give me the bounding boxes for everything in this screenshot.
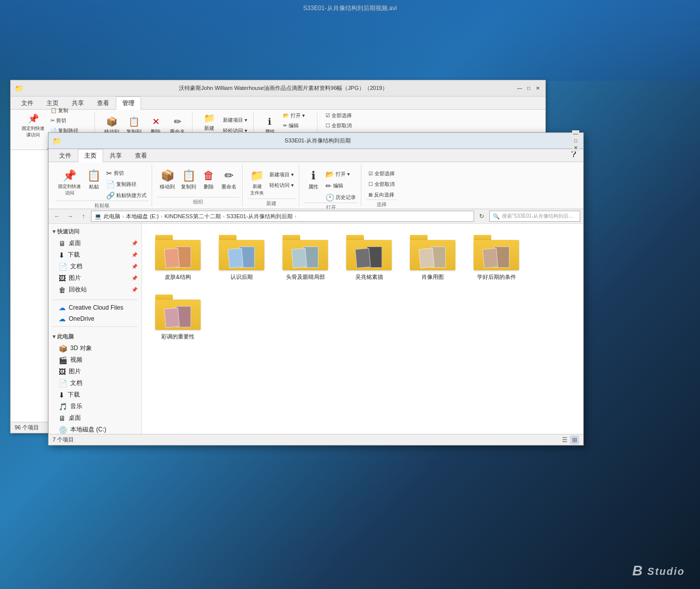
preview-img-back-4 xyxy=(418,248,434,268)
sidebar-item-dl[interactable]: ⬇ 下载 xyxy=(49,389,142,401)
folder-item-0[interactable]: 皮肤&结构 xyxy=(150,232,206,283)
paste-shortcut-icon: 🔗 xyxy=(106,191,115,200)
breadcrumb-folder2[interactable]: S33E01-从肖像结构到后期 xyxy=(226,213,293,220)
front-btn-paste-main[interactable]: 📋 粘贴 xyxy=(84,167,103,192)
back-btn-edit[interactable]: ✏ 编辑 xyxy=(281,121,313,130)
front-forward-button[interactable]: → xyxy=(65,211,76,222)
delete-icon: ✕ xyxy=(152,116,160,127)
sidebar-item-music[interactable]: 🎵 音乐 xyxy=(49,401,142,412)
sidebar-item-desktop[interactable]: 🖥 桌面 📌 xyxy=(49,237,142,249)
sidebar-item-creative[interactable]: ☁ Creative Cloud Files xyxy=(49,302,142,313)
front-btn-copy-path[interactable]: 📄 复制路径 xyxy=(104,179,149,189)
front-btn-edit[interactable]: ✏ 编辑 xyxy=(323,181,358,191)
sidebar-thispc-section: ▾ 此电脑 📦 3D 对象 🎬 视频 🖼 图片 📄 文档 xyxy=(49,329,142,434)
front-btn-invert-select[interactable]: ⊠ 反向选择 xyxy=(366,190,397,200)
preview-img-back-3 xyxy=(355,248,370,268)
folder-item-1[interactable]: 认识后期 xyxy=(214,232,269,283)
front-tab-home[interactable]: 主页 xyxy=(78,149,103,162)
front-window-maximize-button[interactable]: □ xyxy=(572,137,579,144)
sidebar-item-dsk[interactable]: 🖥 桌面 xyxy=(49,412,142,424)
front-up-button[interactable]: ↑ xyxy=(78,211,89,222)
front-btn-new-item[interactable]: 新建项目 ▾ xyxy=(267,170,296,179)
front-tab-file[interactable]: 文件 xyxy=(53,149,78,162)
front-btn-pin[interactable]: 📌 固定到快速访问 xyxy=(56,167,83,199)
sidebar-item-recycle[interactable]: 🗑 回收站 📌 xyxy=(49,284,142,296)
sidebar-3d-label: 3D 对象 xyxy=(70,344,92,353)
back-tab-manage[interactable]: 管理 xyxy=(116,96,141,110)
back-status-text: 96 个项目 xyxy=(15,424,39,431)
folder-label-5: 学好后期的条件 xyxy=(477,273,516,280)
back-tab-view[interactable]: 查看 xyxy=(90,96,116,110)
drive-c-icon: 💿 xyxy=(59,426,67,434)
folder-thumb-5 xyxy=(474,235,519,270)
back-btn-open[interactable]: 📂 打开 ▾ xyxy=(281,111,313,120)
breadcrumb-icon: 💻 xyxy=(95,213,102,220)
front-tab-view[interactable]: 查看 xyxy=(128,149,154,162)
front-btn-copy[interactable]: 📋 复制到 xyxy=(178,167,199,192)
back-btn-cut[interactable]: ✂ 剪切 xyxy=(49,116,90,125)
front-back-button[interactable]: ← xyxy=(52,211,63,222)
sidebar-docs-label: 文档 xyxy=(70,379,82,387)
3d-icon: 📦 xyxy=(59,345,67,353)
front-address-bar[interactable]: 💻 此电脑 › 本地磁盘 (E:) › KINDNESS第二十二期 › S33E… xyxy=(91,211,474,222)
breadcrumb-folder1[interactable]: KINDNESS第二十二期 xyxy=(164,213,220,220)
sidebar-item-video[interactable]: 🎬 视频 xyxy=(49,354,142,366)
front-btn-select-all[interactable]: ☑ 全部选择 xyxy=(366,169,397,178)
sidebar-item-pics[interactable]: 🖼 图片 xyxy=(49,366,142,377)
front-search-box[interactable]: 🔍 搜索"S33E01-从肖像结构到后... xyxy=(489,211,580,222)
front-window-minimize-button[interactable]: — xyxy=(572,130,579,137)
front-group-label-new: 新建 xyxy=(248,199,296,207)
documents-icon: 📄 xyxy=(59,263,67,271)
sidebar-item-3d[interactable]: 📦 3D 对象 xyxy=(49,342,142,354)
sidebar-item-pictures[interactable]: 🖼 图片 📌 xyxy=(49,272,142,284)
front-btn-move[interactable]: 📦 移动到 xyxy=(157,167,177,192)
folder-item-6[interactable]: 彩调的重要性 xyxy=(150,291,206,343)
folder-item-4[interactable]: 肖像用图 xyxy=(405,232,460,283)
list-view-button[interactable]: ☰ xyxy=(560,435,569,445)
front-btn-delete[interactable]: 🗑 删除 xyxy=(200,167,218,192)
folder-preview-3 xyxy=(356,247,382,268)
front-tab-share[interactable]: 共享 xyxy=(103,149,128,162)
front-ribbon-group-paste: 📌 固定到快速访问 📋 粘贴 ✂ 剪切 📄 复制路径 xyxy=(53,164,152,207)
front-btn-rename[interactable]: ✏ 重命名 xyxy=(219,167,239,192)
sidebar-item-docs[interactable]: 📄 文档 xyxy=(49,377,142,389)
front-btn-cut[interactable]: ✂ 剪切 xyxy=(104,168,149,178)
front-btn-history[interactable]: 🕐 历史记录 xyxy=(323,192,358,203)
front-btn-properties[interactable]: ℹ 属性 xyxy=(304,167,322,192)
sidebar-item-drive-c[interactable]: 💿 本地磁盘 (C:) xyxy=(49,424,142,434)
sidebar-onedrive-label: OneDrive xyxy=(69,315,95,322)
front-btn-paste-shortcut[interactable]: 🔗 粘贴快捷方式 xyxy=(104,190,149,201)
front-window-close-button[interactable]: ✕ xyxy=(572,144,579,152)
folder-item-3[interactable]: 吴兆铭素描 xyxy=(341,232,397,283)
folder-body-4 xyxy=(410,240,455,270)
back-window-maximize-button[interactable]: □ xyxy=(525,85,532,92)
pics-icon: 🖼 xyxy=(59,368,66,376)
front-btn-deselect-all[interactable]: ☐ 全部取消 xyxy=(366,180,397,189)
grid-view-button[interactable]: ⊞ xyxy=(570,435,579,445)
back-btn-pin[interactable]: 📌 固定到快速课访问 xyxy=(19,112,48,140)
back-btn-copy[interactable]: 📋 复制 xyxy=(49,106,90,115)
front-ribbon-group-select: ☑ 全部选择 ☐ 全部取消 ⊠ 反向选择 选择 xyxy=(363,164,400,207)
sidebar-item-downloads[interactable]: ⬇ 下载 📌 xyxy=(49,249,142,261)
front-breadcrumb-bar: ← → ↑ 💻 此电脑 › 本地磁盘 (E:) › KINDNESS第二十二期 … xyxy=(49,209,583,224)
dsk-icon: 🖥 xyxy=(59,414,66,422)
pin-indicator-3: 📌 xyxy=(131,264,137,269)
desktop-icon: 🖥 xyxy=(59,239,66,248)
front-btn-easy-access[interactable]: 轻松访问 ▾ xyxy=(267,181,296,190)
sidebar-item-onedrive[interactable]: ☁ OneDrive xyxy=(49,313,142,324)
breadcrumb-thispc[interactable]: 此电脑 xyxy=(104,213,120,220)
back-window-close-button[interactable]: ✕ xyxy=(534,85,541,92)
folder-label-2: 头骨及眼睛局部 xyxy=(286,273,325,280)
sidebar-item-documents[interactable]: 📄 文档 📌 xyxy=(49,261,142,272)
back-btn-select-all[interactable]: ☑ 全部选择 xyxy=(323,111,354,120)
front-btn-open[interactable]: 📂 打开 ▾ xyxy=(323,169,358,179)
back-window-minimize-button[interactable]: — xyxy=(516,85,523,92)
folder-item-5[interactable]: 学好后期的条件 xyxy=(469,232,524,283)
back-btn-new-item[interactable]: 新建项目 ▾ xyxy=(221,116,249,125)
folder-item-2[interactable]: 头骨及眼睛局部 xyxy=(277,232,333,283)
front-refresh-button[interactable]: ↻ xyxy=(476,211,487,222)
breadcrumb-drive[interactable]: 本地磁盘 (E:) xyxy=(126,213,159,220)
folder-preview-1 xyxy=(228,247,255,268)
front-btn-new-folder[interactable]: 📁 新建文件夹 xyxy=(248,167,266,199)
back-btn-deselect-all[interactable]: ☐ 全部取消 xyxy=(323,121,354,130)
